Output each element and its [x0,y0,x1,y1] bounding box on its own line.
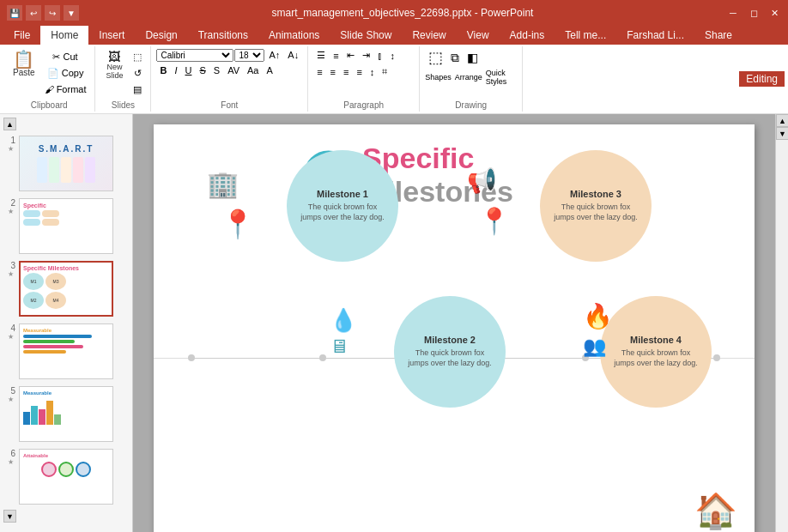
justify-button[interactable]: ≡ [353,65,365,79]
decrease-indent-button[interactable]: ⇤ [343,48,358,63]
tab-slideshow[interactable]: Slide Show [330,26,402,45]
font-color-button[interactable]: A [263,63,276,77]
number-list-button[interactable]: ≡ [330,49,342,63]
paste-button[interactable]: 📋 Paste [9,48,39,80]
tab-insert[interactable]: Insert [88,26,135,45]
font-size-select[interactable]: 18 [234,49,264,62]
draw-labels-row: Shapes Arrange QuickStyles [425,69,517,86]
tl-dot-1 [188,354,195,361]
italic-button[interactable]: I [171,63,180,77]
drawing-group: ⬚ ⧉ ◧ Shapes Arrange QuickStyles Drawing [420,46,523,112]
undo-button[interactable]: ↩ [26,5,41,21]
slide-thumb-6[interactable]: 6 ★ Attainable [3,447,129,506]
tab-user[interactable]: Farshad Li... [616,26,694,45]
title-bar: 💾 ↩ ↪ ▼ smart_management_objectives_2269… [0,0,788,26]
milestone-3-title: Milestone 3 [570,189,621,199]
tl-line-1 [195,358,319,359]
reset-button[interactable]: ↺ [130,66,145,81]
text-direction-button[interactable]: ↕ [387,49,399,63]
tab-tellme[interactable]: Tell me... [555,26,616,45]
paragraph-group: ☰ ≡ ⇤ ⇥ ⫿ ↕ ≡ ≡ ≡ ≡ ↕ ⌗ Paragraph [308,46,420,112]
strikethrough-button[interactable]: S [196,63,209,77]
right-scrollbar[interactable]: ▲ ▼ [775,114,788,532]
customize-qat-button[interactable]: ▼ [64,5,79,21]
ribbon-content: 📋 Paste ✂ Cut 📄 Copy 🖌 Format Clipboard … [0,45,788,113]
slide-num-4: 4 [5,323,15,333]
redo-button[interactable]: ↪ [45,5,60,21]
align-center-button[interactable]: ≡ [327,65,339,79]
scroll-down-button[interactable]: ▼ [776,127,788,140]
slide-num-3: 3 [5,261,15,270]
tab-view[interactable]: View [457,26,500,45]
milestone-3-text: The quick brown fox jumps over the lazy … [550,203,641,222]
tab-share[interactable]: Share [694,26,743,45]
slide-star-2: ★ [8,208,14,215]
milestone-bubble-3: Milestone 3 The quick brown fox jumps ov… [540,150,652,262]
slide-thumb-2[interactable]: 2 ★ Specific [3,196,129,256]
slide-img-6[interactable]: Attainable [19,449,113,505]
underline-button[interactable]: U [182,63,196,77]
tab-home[interactable]: Home [40,26,88,45]
restore-button[interactable]: ◻ [747,6,761,20]
copy-button[interactable]: 📄 Copy [41,66,90,81]
tab-transitions[interactable]: Transitions [188,26,258,45]
milestone-4-title: Milestone 4 [630,335,682,345]
slide-panel-scroll-up[interactable]: ▲ [3,118,16,130]
font-case-button[interactable]: Aa [244,63,262,77]
arrange-button[interactable]: ⧉ [447,49,463,67]
font-size-down-button[interactable]: A↓ [284,48,302,62]
new-slide-button[interactable]: 🖼 NewSlide [100,48,128,82]
slides-label: Slides [112,99,135,110]
tab-addins[interactable]: Add-ins [500,26,555,45]
megaphone-icon: 📢 [467,169,497,193]
minimize-button[interactable]: ─ [726,6,740,20]
shapes-button[interactable]: ⬚ [425,48,446,67]
clipboard-label: Clipboard [31,99,68,110]
ribbon-tab-bar: File Home Insert Design Transitions Anim… [0,26,788,45]
format-painter-button[interactable]: 🖌 Format [41,82,90,96]
cut-button[interactable]: ✂ Cut [41,50,90,64]
bold-button[interactable]: B [156,63,170,77]
slide-img-4[interactable]: Measurable [19,323,113,379]
title-bar-left: 💾 ↩ ↪ ▼ [7,5,79,21]
slide-panel-scroll-down[interactable]: ▼ [3,510,16,523]
clipboard-group: 📋 Paste ✂ Cut 📄 Copy 🖌 Format Clipboard [3,46,95,112]
section-button[interactable]: ▤ [130,82,145,97]
char-spacing-button[interactable]: AV [224,63,243,77]
tab-animations[interactable]: Animations [258,26,330,45]
tab-review[interactable]: Review [402,26,456,45]
align-right-button[interactable]: ≡ [340,65,352,79]
shadow-button[interactable]: S [210,63,223,77]
slide-thumb-5[interactable]: 5 ★ Measurable [3,384,129,444]
save-qat-button[interactable]: 💾 [7,5,22,21]
increase-indent-button[interactable]: ⇥ [359,48,373,63]
tab-file[interactable]: File [3,26,40,45]
bullet-list-button[interactable]: ☰ [313,48,329,63]
flame-icon: 🔥 [583,305,613,329]
milestone-bubble-2: Milestone 2 The quick brown fox jumps ov… [394,296,506,408]
canvas-area[interactable]: Specific Milestones Milestone 1 The [133,114,775,532]
slide-canvas[interactable]: Specific Milestones Milestone 1 The [154,124,755,532]
layout-button[interactable]: ⬚ [130,50,145,64]
main-area: ▲ 1 ★ S.M.A.R.T [0,114,788,532]
font-size-up-button[interactable]: A↑ [265,48,283,62]
slide-img-2[interactable]: Specific [19,198,113,254]
people-icon: 👥 [583,337,606,356]
tab-design[interactable]: Design [135,26,187,45]
align-left-button[interactable]: ≡ [313,65,325,79]
close-button[interactable]: ✕ [767,6,781,20]
columns-button[interactable]: ⫿ [374,49,386,63]
slide-img-3[interactable]: Specific Milestones M1 M3 M2 M4 [19,261,113,317]
slide-thumb-1[interactable]: 1 ★ S.M.A.R.T [3,134,129,193]
slide-star-6: ★ [8,458,14,466]
line-spacing-button[interactable]: ↕ [367,65,379,79]
slide-star-3: ★ [8,270,14,278]
smart-art-button[interactable]: ⌗ [379,64,391,79]
slide-thumb-3[interactable]: 3 ★ Specific Milestones M1 M3 M2 M4 [3,259,129,318]
font-name-select[interactable]: Calibri [156,49,233,62]
slide-img-1[interactable]: S.M.A.R.T [19,136,113,191]
slide-thumb-4[interactable]: 4 ★ Measurable [3,322,129,381]
quick-styles-button[interactable]: ◧ [464,49,482,66]
slide-img-5[interactable]: Measurable [19,386,113,442]
scroll-up-button[interactable]: ▲ [776,114,788,127]
